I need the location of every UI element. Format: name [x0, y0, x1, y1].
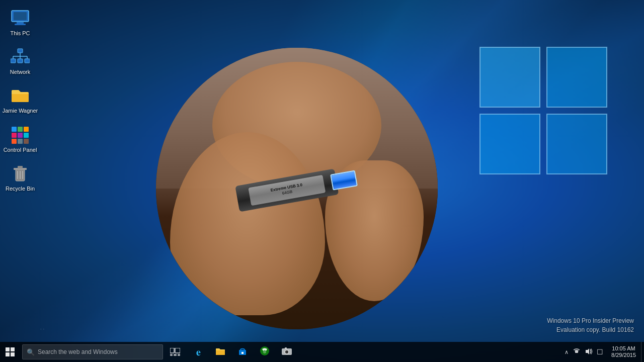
- desktop-icon-recycle-bin[interactable]: Recycle Bin: [0, 160, 40, 195]
- svg-rect-37: [11, 352, 15, 356]
- desktop-icon-control-panel[interactable]: Control Panel: [0, 122, 40, 156]
- svg-rect-34: [6, 347, 10, 351]
- this-pc-label: This PC: [10, 30, 30, 37]
- desktop-icon-this-pc[interactable]: This PC: [0, 5, 40, 40]
- svg-rect-50: [285, 347, 287, 349]
- tray-icons: ∧ ☐: [561, 347, 606, 357]
- svg-point-46: [263, 350, 266, 353]
- taskbar-app-store[interactable]: [231, 342, 254, 362]
- svg-rect-20: [18, 127, 23, 132]
- tray-clock[interactable]: 10:05 AM 8/29/2015: [607, 342, 640, 362]
- clock-date: 8/29/2015: [611, 352, 636, 358]
- svg-rect-40: [170, 354, 173, 356]
- svg-marker-3: [547, 114, 607, 174]
- svg-rect-27: [24, 139, 29, 144]
- svg-marker-1: [547, 47, 607, 107]
- recycle-bin-icon: [10, 163, 30, 184]
- desktop: This PC Network: [0, 0, 644, 362]
- svg-rect-10: [18, 49, 23, 53]
- svg-rect-21: [24, 127, 29, 132]
- taskbar-tray: ∧ ☐: [561, 342, 644, 362]
- watermark-line2: Evaluation copy. Build 10162: [547, 325, 634, 334]
- watermark-line1: Windows 10 Pro Insider Preview: [547, 316, 634, 325]
- video-circle-overlay: Extreme USB 3.0 64GB: [156, 48, 438, 329]
- svg-rect-41: [174, 354, 177, 356]
- start-button[interactable]: [0, 342, 20, 362]
- edge-icon: 𝐞: [196, 346, 201, 358]
- svg-rect-36: [6, 352, 10, 356]
- svg-rect-42: [178, 354, 180, 356]
- network-label: Network: [10, 69, 30, 75]
- clock-time: 10:05 AM: [612, 345, 635, 352]
- store-icon: [237, 346, 248, 358]
- camera-icon: [281, 346, 292, 358]
- svg-rect-25: [12, 139, 17, 144]
- search-icon-taskbar: 🔍: [27, 348, 35, 356]
- svg-rect-26: [18, 139, 23, 144]
- search-box[interactable]: 🔍 Search the web and Windows: [22, 344, 163, 359]
- task-view-button[interactable]: [165, 342, 185, 362]
- svg-rect-51: [575, 350, 578, 353]
- jamie-wagner-icon: [10, 85, 30, 106]
- svg-point-49: [286, 350, 288, 353]
- svg-rect-19: [12, 127, 17, 132]
- tray-action-center-icon[interactable]: ☐: [596, 347, 604, 357]
- taskbar-app-xbox[interactable]: [254, 342, 276, 362]
- taskbar-app-edge[interactable]: 𝐞: [187, 342, 209, 362]
- network-icon: [10, 47, 30, 67]
- desktop-icons-container: This PC Network: [0, 5, 40, 199]
- svg-rect-7: [17, 22, 24, 24]
- jamie-wagner-label: Jamie Wagner: [3, 108, 38, 114]
- dots-indicator: · ·: [40, 326, 44, 332]
- svg-rect-12: [18, 59, 23, 63]
- svg-rect-35: [11, 347, 15, 351]
- taskbar-app-file-explorer[interactable]: [209, 342, 231, 362]
- desktop-icon-network[interactable]: Network: [0, 44, 40, 78]
- svg-rect-24: [24, 133, 29, 138]
- svg-rect-9: [14, 12, 27, 20]
- svg-marker-52: [586, 348, 589, 354]
- usb-size: 64GB: [282, 190, 293, 197]
- tray-volume-icon[interactable]: [584, 347, 594, 357]
- svg-rect-44: [242, 352, 244, 354]
- watermark: Windows 10 Pro Insider Preview Evaluatio…: [547, 316, 634, 334]
- svg-rect-38: [170, 348, 174, 353]
- search-placeholder-text: Search the web and Windows: [38, 348, 118, 355]
- desktop-icon-jamie-wagner[interactable]: Jamie Wagner: [0, 82, 40, 117]
- file-explorer-icon: [215, 346, 226, 358]
- tray-network-icon[interactable]: [572, 347, 582, 357]
- tray-chevron[interactable]: ∧: [564, 348, 570, 356]
- taskbar-app-camera[interactable]: [276, 342, 298, 362]
- svg-rect-8: [15, 24, 26, 25]
- svg-marker-4: [480, 47, 540, 107]
- windows-logo: [473, 40, 614, 181]
- svg-rect-30: [18, 166, 23, 168]
- control-panel-icon: [10, 125, 30, 145]
- usb-label: Extreme USB 3.0 64GB: [248, 175, 326, 206]
- recycle-bin-label: Recycle Bin: [6, 186, 35, 192]
- svg-rect-23: [18, 133, 23, 138]
- video-inner: Extreme USB 3.0 64GB: [156, 48, 438, 329]
- show-desktop-button[interactable]: [641, 342, 644, 362]
- xbox-icon: [260, 346, 270, 358]
- svg-rect-11: [11, 59, 16, 63]
- control-panel-label: Control Panel: [4, 147, 37, 153]
- this-pc-icon: [10, 8, 30, 28]
- svg-rect-13: [25, 59, 30, 63]
- taskbar-pinned-apps: 𝐞: [187, 342, 561, 362]
- taskbar: 🔍 Search the web and Windows 𝐞: [0, 342, 644, 362]
- svg-marker-2: [480, 114, 540, 174]
- svg-rect-39: [175, 348, 180, 353]
- svg-rect-22: [12, 133, 17, 138]
